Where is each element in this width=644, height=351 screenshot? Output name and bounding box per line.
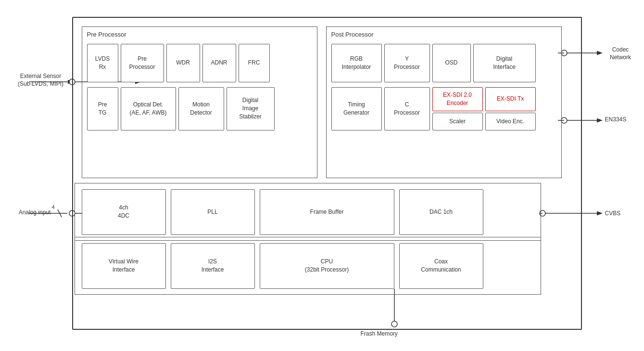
- video-enc-block: Video Enc.: [485, 113, 536, 130]
- frame-buffer-block: Frame Buffer: [260, 189, 394, 235]
- scaler-block: Scaler: [432, 113, 483, 130]
- exsdi-tx-block: EX-SDI Tx: [485, 87, 536, 111]
- cvbs-label: CVBS: [605, 209, 621, 218]
- rgb-interpolator-block: RGBInterpolator: [331, 44, 382, 82]
- cpu-block: CPU(32bit Processor): [260, 243, 394, 289]
- motion-detector-block: MotionDetector: [178, 87, 224, 130]
- 4ch-4dc-block: 4ch4DC: [82, 189, 166, 235]
- codec-network-label: CodecNetwork: [605, 46, 636, 62]
- exsdi-encoder-block: EX-SDI 2.0Encoder: [432, 87, 483, 111]
- digital-interface-block: DigitalInterface: [473, 44, 536, 82]
- adnr-block: ADNR: [202, 44, 236, 82]
- pre-processor-outer: Pre Processor LVDSRx PreProcessor WDR AD…: [82, 26, 317, 178]
- external-sensor-label: External Sensor(Sub-LVDS, MIPI): [14, 72, 67, 89]
- timing-generator-block: TimingGenerator: [331, 87, 382, 130]
- pre-processor-block: PreProcessor: [121, 44, 164, 82]
- pre-processor-title: Pre Processor: [87, 31, 126, 38]
- dac-1ch-block: DAC 1ch: [399, 189, 483, 235]
- analog-input-label: Analog input: [17, 208, 53, 217]
- i2s-interface-block: I2SInterface: [171, 243, 255, 289]
- digital-image-stab-block: DigitalImageStabilzer: [227, 87, 275, 130]
- post-processor-outer: Post Processor RGBInterpolator YProcesso…: [326, 26, 562, 178]
- analog-input-count: 4: [52, 204, 55, 211]
- svg-line-4: [58, 209, 62, 217]
- wdr-block: WDR: [166, 44, 200, 82]
- en334s-label: EN334S: [605, 116, 627, 124]
- osd-block: OSD: [432, 44, 471, 82]
- virtual-wire-block: Virtual WireInterface: [82, 243, 166, 289]
- block-diagram: External Sensor(Sub-LVDS, MIPI) Analog i…: [14, 7, 630, 344]
- y-processor-block: YProcessor: [384, 44, 430, 82]
- frash-memory-label: Frash Memory: [361, 330, 398, 338]
- optical-det-block: Optical Det.(AE, AF, AWB): [121, 87, 176, 130]
- lvds-rx-block: LVDSRx: [87, 44, 118, 82]
- pre-tg-block: PreTG: [87, 87, 118, 130]
- c-processor-block: CProcessor: [384, 87, 430, 130]
- coax-comm-block: CoaxCommunication: [399, 243, 483, 289]
- post-processor-title: Post Processor: [331, 31, 374, 38]
- frc-block: FRC: [239, 44, 270, 82]
- pll-block: PLL: [171, 189, 255, 235]
